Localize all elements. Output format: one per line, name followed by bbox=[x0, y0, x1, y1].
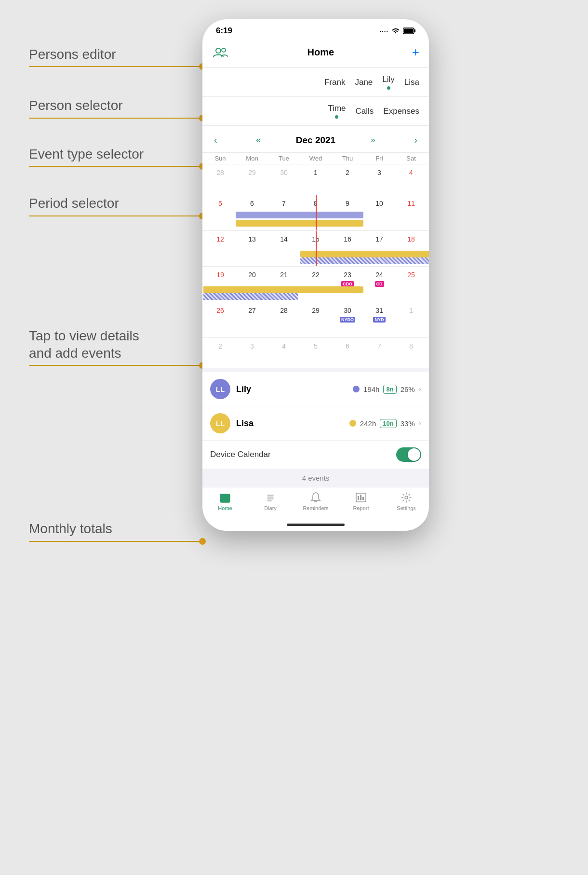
svg-rect-18 bbox=[362, 497, 364, 500]
cal-day-nov28[interactable]: 28 bbox=[204, 164, 236, 195]
person-jane[interactable]: Jane bbox=[355, 78, 373, 87]
svg-rect-5 bbox=[220, 494, 230, 502]
lisa-percent: 33% bbox=[401, 419, 415, 428]
total-row-lisa[interactable]: LL Lisa 242h 10n 33% › bbox=[202, 406, 429, 441]
lily-color-dot bbox=[353, 386, 360, 392]
cal-day-jan4[interactable]: 4 bbox=[268, 338, 300, 368]
cal-day-dec4[interactable]: 4 bbox=[395, 164, 427, 195]
cal-day-dec3[interactable]: 3 bbox=[363, 164, 395, 195]
cal-day-dec10[interactable]: 10 bbox=[363, 195, 395, 230]
lisa-stats: 242h 10n 33% › bbox=[349, 419, 421, 428]
cal-day-dec14[interactable]: 14 bbox=[268, 231, 300, 266]
cal-day-dec1[interactable]: 1 bbox=[300, 164, 332, 195]
status-time: 6:19 bbox=[216, 26, 232, 36]
cal-next-month-btn[interactable]: › bbox=[410, 133, 421, 148]
lisa-hours: 242h bbox=[360, 419, 376, 428]
svg-rect-10 bbox=[222, 500, 227, 501]
svg-point-4 bbox=[222, 48, 226, 52]
calendar-header: ‹ « Dec 2021 » › bbox=[202, 126, 429, 152]
cal-next-year-btn[interactable]: » bbox=[367, 133, 379, 147]
cal-day-dec2[interactable]: 2 bbox=[332, 164, 363, 195]
cal-day-dec5[interactable]: 5 bbox=[204, 195, 236, 230]
week4-purple-bar bbox=[203, 293, 298, 300]
cal-day-dec29[interactable]: 29 bbox=[300, 302, 332, 337]
avatar-lisa: LL bbox=[210, 413, 230, 433]
cal-weekdays: Sun Mon Tue Wed Thu Fri Sat bbox=[202, 152, 429, 164]
cal-prev-year-btn[interactable]: « bbox=[252, 133, 265, 147]
cal-day-dec24[interactable]: 24 CD bbox=[363, 267, 395, 302]
bar-yellow-week4 bbox=[203, 286, 363, 293]
person-frank[interactable]: Frank bbox=[324, 78, 345, 87]
cal-day-jan7[interactable]: 7 bbox=[363, 338, 395, 368]
cal-day-dec12[interactable]: 12 bbox=[204, 231, 236, 266]
weekday-thu: Thu bbox=[332, 153, 363, 164]
weekday-tue: Tue bbox=[268, 153, 300, 164]
device-calendar-toggle[interactable] bbox=[396, 447, 421, 462]
cal-day-nov29[interactable]: 29 bbox=[236, 164, 268, 195]
persons-editor-button[interactable] bbox=[212, 43, 229, 61]
week2-event-bars bbox=[236, 212, 363, 227]
cal-day-nov30[interactable]: 30 bbox=[268, 164, 300, 195]
tab-diary[interactable]: Diary bbox=[248, 491, 293, 511]
event-type-calls[interactable]: Calls bbox=[356, 107, 374, 116]
cal-day-dec30[interactable]: 30 NYDO bbox=[332, 302, 363, 337]
tab-reminders[interactable]: Reminders bbox=[293, 491, 338, 511]
status-icons: ···· bbox=[380, 27, 415, 35]
svg-rect-8 bbox=[225, 497, 228, 498]
person-lisa[interactable]: Lisa bbox=[404, 78, 419, 87]
add-button[interactable]: + bbox=[412, 45, 419, 60]
person-selector: Frank Jane Lily Lisa bbox=[202, 68, 429, 96]
cal-day-dec26[interactable]: 26 bbox=[204, 302, 236, 337]
calendar-section: ‹ « Dec 2021 » › Sun Mon Tue Wed Thu Fri… bbox=[202, 126, 429, 368]
lisa-badge: 10n bbox=[380, 419, 396, 428]
tab-home-label: Home bbox=[218, 505, 232, 511]
cal-month-title: Dec 2021 bbox=[296, 135, 335, 146]
cal-week-1: 28 29 30 1 2 3 4 bbox=[202, 164, 429, 195]
cal-day-jan6[interactable]: 6 bbox=[332, 338, 363, 368]
cal-week-6: 2 3 4 5 6 7 8 bbox=[202, 337, 429, 368]
annotation-persons-editor: Persons editor bbox=[29, 46, 202, 63]
svg-rect-7 bbox=[225, 496, 228, 497]
cal-day-dec31[interactable]: 31 NYD bbox=[363, 302, 395, 337]
cal-day-jan5[interactable]: 5 bbox=[300, 338, 332, 368]
events-count-text: 4 events bbox=[302, 474, 330, 482]
cal-day-dec28[interactable]: 28 bbox=[268, 302, 300, 337]
device-calendar-row: Device Calendar bbox=[202, 441, 429, 469]
battery-icon bbox=[403, 27, 415, 34]
cal-day-dec25[interactable]: 25 bbox=[395, 267, 427, 302]
badge-nydo-dec30: NYDO bbox=[340, 317, 355, 323]
annotation-event-type: Event type selector bbox=[29, 146, 202, 163]
cal-day-dec13[interactable]: 13 bbox=[236, 231, 268, 266]
svg-rect-17 bbox=[360, 495, 361, 500]
annotation-period: Period selector bbox=[29, 195, 202, 212]
bar-purple-pattern-week3 bbox=[300, 257, 429, 264]
cal-day-jan8[interactable]: 8 bbox=[395, 338, 427, 368]
tab-home-icon bbox=[219, 491, 231, 504]
tab-settings[interactable]: Settings bbox=[384, 491, 429, 511]
event-type-time[interactable]: Time bbox=[328, 104, 346, 119]
cal-day-dec23[interactable]: 23 CDO bbox=[332, 267, 363, 302]
week4-yellow-bar bbox=[203, 286, 363, 293]
total-row-lily[interactable]: LL Lily 194h 8n 26% › bbox=[202, 372, 429, 406]
svg-rect-2 bbox=[404, 29, 414, 33]
weekday-mon: Mon bbox=[236, 153, 268, 164]
event-type-time-indicator bbox=[335, 115, 338, 119]
cal-day-jan3[interactable]: 3 bbox=[236, 338, 268, 368]
event-type-expenses[interactable]: Expenses bbox=[383, 107, 419, 116]
svg-rect-9 bbox=[222, 498, 228, 499]
tab-report[interactable]: Report bbox=[338, 491, 384, 511]
cal-day-jan1[interactable]: 1 bbox=[395, 302, 427, 337]
lily-hours: 194h bbox=[363, 385, 379, 393]
wifi-icon bbox=[391, 27, 400, 34]
person-lily[interactable]: Lily bbox=[382, 75, 395, 90]
lily-percent: 26% bbox=[401, 385, 415, 393]
cal-day-dec22[interactable]: 22 bbox=[300, 267, 332, 302]
nav-title: Home bbox=[307, 47, 334, 58]
badge-cd-dec24: CD bbox=[375, 281, 384, 287]
cal-day-dec27[interactable]: 27 bbox=[236, 302, 268, 337]
tab-home[interactable]: Home bbox=[202, 491, 248, 511]
cal-prev-month-btn[interactable]: ‹ bbox=[210, 133, 221, 148]
cal-day-dec11[interactable]: 11 bbox=[395, 195, 427, 230]
svg-rect-1 bbox=[414, 29, 416, 32]
cal-day-jan2[interactable]: 2 bbox=[204, 338, 236, 368]
